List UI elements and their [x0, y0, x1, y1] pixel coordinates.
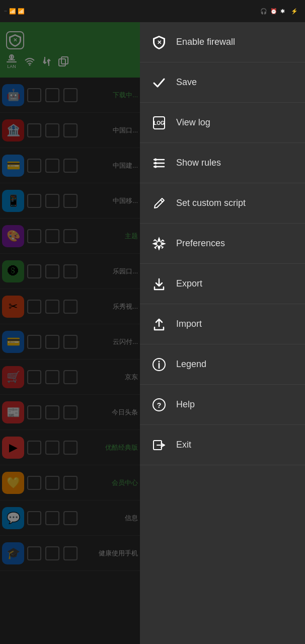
menu-label-exit: Exit [176, 440, 191, 450]
menu-item-show-rules[interactable]: Show rules [140, 143, 305, 183]
signal-icons: 📶 📶 [9, 8, 25, 15]
info-menu-icon [152, 357, 166, 372]
dim-overlay [0, 22, 140, 644]
menu-icon-import [150, 315, 168, 333]
svg-point-16 [155, 162, 157, 164]
svg-text:?: ? [157, 401, 162, 409]
menu-item-save[interactable]: Save [140, 62, 305, 103]
menu-item-exit[interactable]: Exit [140, 425, 305, 465]
log-menu-icon: LOG [151, 115, 167, 130]
svg-point-19 [157, 241, 162, 246]
svg-point-17 [155, 165, 157, 168]
shield-menu-icon: ✕ [151, 35, 167, 50]
bluetooth-icon: ✱ [280, 8, 285, 15]
svg-text:✕: ✕ [157, 39, 162, 45]
menu-item-view-log[interactable]: LOG View log [140, 103, 305, 143]
gear-menu-icon [152, 237, 166, 251]
menu-item-enable-firewall[interactable]: ✕ Enable firewall [140, 22, 305, 62]
menu-icon-preferences [150, 235, 168, 253]
exit-menu-icon [152, 438, 166, 452]
menu-icon-legend [150, 355, 168, 374]
svg-rect-21 [159, 247, 160, 250]
check-menu-icon [152, 76, 166, 90]
menu-label-show-rules: Show rules [176, 158, 221, 168]
menu-icon-set-custom-script [150, 194, 168, 212]
menu-icon-help: ? [150, 396, 168, 414]
import-menu-icon [152, 317, 166, 331]
menu-label-legend: Legend [176, 359, 206, 370]
alarm-icon: ⏰ [270, 8, 277, 15]
hd-badge [4, 11, 7, 12]
menu-item-help[interactable]: ? Help [140, 385, 305, 425]
menu-item-export[interactable]: Export [140, 264, 305, 304]
svg-point-15 [155, 158, 157, 161]
rules-menu-icon [152, 156, 166, 170]
menu-label-view-log: View log [176, 117, 210, 128]
menu-icon-view-log: LOG [150, 114, 168, 132]
menu-item-preferences[interactable]: Preferences [140, 224, 305, 264]
menu-item-import[interactable]: Import [140, 304, 305, 344]
menu-label-set-custom-script: Set custom script [176, 198, 246, 208]
help-menu-icon: ? [152, 398, 166, 412]
svg-line-18 [161, 200, 163, 202]
export-menu-icon [152, 277, 166, 291]
menu-label-help: Help [176, 399, 195, 410]
menu-label-save: Save [176, 77, 197, 88]
svg-point-30 [159, 361, 160, 362]
status-bar: 📶 📶 🎧 ⏰ ✱ ⚡ [0, 0, 305, 22]
menu-label-import: Import [176, 319, 202, 329]
menu-label-enable-firewall: Enable firewall [176, 37, 235, 47]
svg-rect-20 [159, 238, 160, 240]
svg-rect-22 [153, 243, 156, 244]
svg-text:LOG: LOG [154, 120, 165, 126]
menu-icon-enable-firewall: ✕ [150, 33, 168, 51]
svg-rect-23 [163, 243, 165, 244]
menu-icon-export [150, 275, 168, 293]
menu-icon-show-rules [150, 154, 168, 172]
menu-item-set-custom-script[interactable]: Set custom script [140, 183, 305, 224]
dropdown-menu: ✕ Enable firewall Save LOG View log [140, 22, 305, 644]
menu-icon-exit [150, 436, 168, 454]
pencil-menu-icon [152, 196, 166, 210]
status-right: 🎧 ⏰ ✱ ⚡ [260, 8, 301, 15]
menu-label-export: Export [176, 278, 202, 289]
menu-label-preferences: Preferences [176, 238, 225, 249]
menu-icon-save [150, 74, 168, 92]
status-left: 📶 📶 [4, 8, 27, 15]
menu-item-legend[interactable]: Legend [140, 344, 305, 385]
headphone-icon: 🎧 [260, 8, 267, 15]
battery-charging-icon: ⚡ [291, 8, 298, 15]
